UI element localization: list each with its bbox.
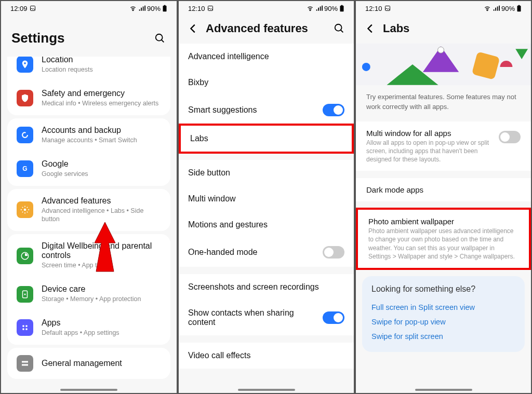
battery-icon (339, 5, 344, 12)
location-icon (17, 57, 33, 73)
svg-point-25 (362, 63, 370, 71)
search-icon[interactable] (333, 22, 345, 35)
svg-rect-24 (518, 5, 520, 6)
svg-rect-23 (517, 6, 521, 11)
signal-icon (493, 5, 500, 11)
labs-list: Try experimental features. Some features… (356, 44, 531, 393)
image-icon (30, 5, 36, 11)
row-labs[interactable]: Labs (181, 126, 352, 152)
settings-row-location[interactable]: Location Location requests (7, 57, 170, 81)
signal-icon (315, 5, 323, 11)
row-title: Digital Wellbeing and parental controls (42, 241, 161, 260)
svg-point-13 (22, 329, 24, 331)
svg-rect-29 (472, 51, 500, 80)
search-icon[interactable] (154, 32, 166, 45)
row-motions-gestures[interactable]: Motions and gestures (179, 212, 354, 238)
row-title: Advanced features (42, 196, 161, 206)
signal-icon (138, 5, 145, 11)
svg-line-4 (162, 39, 164, 42)
status-bar: 12:09 90% (1, 1, 177, 16)
link-swipe-split[interactable]: Swipe for split screen (371, 329, 515, 344)
toggle-one-handed[interactable] (323, 246, 344, 259)
status-battery-pct: 90% (324, 5, 338, 12)
svg-text:G: G (22, 165, 27, 172)
gesture-bar[interactable] (415, 389, 472, 391)
advanced-list: Advanced intelligence Bixby Smart sugges… (179, 44, 354, 393)
status-battery-pct: 90% (501, 5, 515, 12)
svg-point-20 (335, 24, 342, 31)
row-bixby[interactable]: Bixby (179, 70, 354, 96)
link-full-screen-split[interactable]: Full screen in Split screen view (371, 300, 515, 315)
row-one-handed[interactable]: One-handed mode (179, 238, 354, 267)
labs-row-multi-window[interactable]: Multi window for all apps Allow all apps… (356, 121, 531, 171)
svg-rect-18 (340, 6, 344, 11)
page-title: Labs (383, 22, 523, 35)
labs-row-photo-ambient[interactable]: Photo ambient wallpaper Photo ambient wa… (358, 210, 529, 268)
svg-point-12 (25, 325, 28, 328)
svg-point-10 (24, 293, 26, 295)
device-care-icon (17, 286, 33, 303)
row-title: Safety and emergency (42, 89, 161, 98)
toggle-show-contacts[interactable] (323, 311, 344, 324)
labs-row-dark-mode[interactable]: Dark mode apps (356, 178, 531, 201)
gesture-bar[interactable] (60, 389, 117, 391)
svg-point-7 (24, 209, 26, 211)
settings-row-device-care[interactable]: Device care Storage • Memory • App prote… (7, 277, 170, 311)
row-side-button[interactable]: Side button (179, 160, 354, 186)
image-icon (207, 5, 214, 11)
screen-settings: 12:09 90% Settings Location Location req… (0, 0, 178, 394)
row-video-call-effects[interactable]: Video call effects (179, 343, 354, 369)
annotation-highlight: Photo ambient wallpaper Photo ambient wa… (356, 208, 531, 270)
svg-rect-22 (385, 6, 390, 11)
google-icon: G (17, 160, 33, 177)
advanced-icon (17, 201, 33, 218)
settings-row-accounts[interactable]: Accounts and backup Manage accounts • Sm… (7, 118, 170, 152)
toggle-smart-suggestions[interactable] (323, 104, 344, 116)
toggle-multi-window-all[interactable] (499, 131, 521, 143)
row-sub: Manage accounts • Smart Switch (42, 136, 161, 145)
svg-rect-1 (163, 6, 167, 11)
wifi-icon (307, 5, 314, 11)
row-title: Device care (42, 284, 161, 294)
back-icon[interactable] (187, 22, 200, 35)
row-title: Apps (42, 318, 161, 328)
svg-rect-17 (208, 6, 212, 11)
labs-hero (356, 44, 531, 85)
row-advanced-intelligence[interactable]: Advanced intelligence (179, 44, 354, 70)
row-title: Accounts and backup (42, 126, 161, 135)
settings-row-google[interactable]: G Google Google services (7, 152, 170, 186)
settings-row-general-mgmt[interactable]: General management (7, 348, 170, 379)
page-title: Advanced features (206, 22, 327, 35)
settings-row-wellbeing[interactable]: Digital Wellbeing and parental controls … (7, 234, 170, 277)
header: Labs (356, 16, 531, 44)
row-screenshots[interactable]: Screenshots and screen recordings (179, 274, 354, 300)
svg-point-11 (22, 325, 24, 328)
page-title: Settings (11, 30, 148, 46)
image-icon (384, 5, 391, 11)
settings-row-safety[interactable]: Safety and emergency Medical info • Wire… (7, 81, 170, 115)
row-show-contacts[interactable]: Show contacts when sharing content (179, 300, 354, 335)
apps-icon (17, 319, 33, 336)
row-title: General management (42, 359, 161, 368)
link-swipe-popup[interactable]: Swipe for pop-up view (371, 315, 515, 329)
status-time: 12:10 (188, 5, 205, 12)
general-icon (17, 355, 33, 372)
wellbeing-icon (17, 248, 33, 264)
svg-rect-19 (341, 5, 343, 6)
labs-intro-text: Try experimental features. Some features… (356, 85, 531, 121)
settings-row-apps[interactable]: Apps Default apps • App settings (7, 311, 170, 345)
svg-marker-30 (515, 49, 528, 59)
gesture-bar[interactable] (238, 389, 295, 391)
battery-icon (516, 5, 522, 12)
status-bar: 12:10 90% (356, 1, 531, 16)
svg-rect-16 (22, 364, 28, 365)
row-sub: Medical info • Wireless emergency alerts (42, 99, 161, 108)
back-icon[interactable] (364, 22, 377, 35)
wifi-icon (129, 5, 137, 11)
status-bar: 12:10 90% (179, 1, 354, 16)
svg-line-21 (341, 30, 343, 33)
row-multi-window[interactable]: Multi window (179, 186, 354, 212)
svg-point-5 (24, 62, 26, 64)
settings-row-advanced-features[interactable]: Advanced features Advanced intelligence … (7, 189, 170, 232)
row-smart-suggestions[interactable]: Smart suggestions (179, 96, 354, 125)
